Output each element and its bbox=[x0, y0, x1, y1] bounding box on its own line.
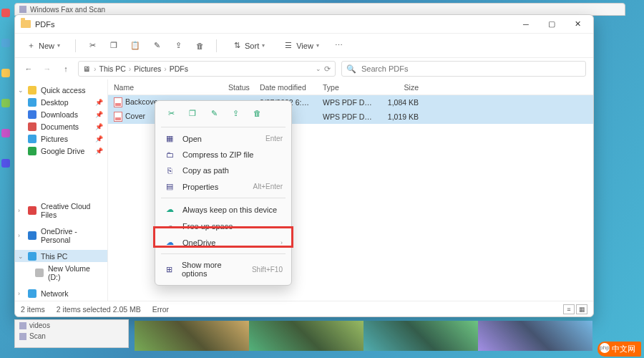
pin-icon: 📌 bbox=[95, 111, 103, 118]
search-input[interactable] bbox=[360, 64, 581, 74]
cloud-check-icon: ☁ bbox=[164, 205, 175, 214]
ctx-always-keep[interactable]: ☁Always keep on this device bbox=[155, 201, 291, 218]
ctx-show-more-options[interactable]: ⊞Show more optionsShift+F10 bbox=[155, 257, 291, 281]
titlebar[interactable]: PDFs ─ ▢ ✕ bbox=[15, 15, 593, 34]
chevron-right-icon[interactable]: › bbox=[18, 232, 20, 239]
sidebar-item-documents[interactable]: Documents📌 bbox=[15, 120, 107, 132]
chevron-down-icon[interactable]: ⌄ bbox=[18, 87, 24, 94]
paste-icon[interactable]: 📋 bbox=[130, 41, 140, 51]
forward-button[interactable]: → bbox=[41, 64, 54, 73]
desktop-shortcut[interactable] bbox=[1, 9, 10, 17]
ctx-label: Copy as path bbox=[182, 166, 229, 175]
open-icon: ▦ bbox=[164, 134, 175, 143]
chevron-down-icon[interactable]: ⌄ bbox=[316, 65, 321, 72]
sidebar-item-label: Desktop bbox=[41, 98, 69, 107]
background-panel[interactable]: videos Scan bbox=[14, 319, 129, 348]
rename-icon[interactable]: ✎ bbox=[152, 41, 162, 51]
up-button[interactable]: ↑ bbox=[59, 64, 72, 73]
desktop-icon bbox=[28, 98, 36, 107]
col-type[interactable]: Type bbox=[317, 83, 381, 92]
view-button[interactable]: ☰ View ▾ bbox=[280, 39, 323, 53]
chevron-right-icon[interactable]: › bbox=[18, 207, 20, 214]
ctx-label: Compress to ZIP file bbox=[182, 150, 253, 159]
breadcrumb-pdfs[interactable]: PDFs bbox=[170, 64, 188, 73]
sidebar-item-label: Downloads bbox=[41, 110, 78, 119]
cut-icon[interactable]: ✂ bbox=[165, 107, 177, 119]
chevron-down-icon[interactable]: ⌄ bbox=[18, 253, 24, 260]
col-status[interactable]: Status bbox=[223, 83, 254, 92]
pictures-icon bbox=[28, 135, 36, 143]
sidebar-item-label: Google Drive bbox=[41, 147, 84, 155]
back-button[interactable]: ← bbox=[22, 64, 35, 73]
sidebar-item-volume[interactable]: New Volume (D:) bbox=[15, 262, 107, 283]
copy-icon[interactable]: ❐ bbox=[187, 107, 198, 119]
share-icon[interactable]: ⇪ bbox=[230, 107, 241, 119]
status-bar: 2 items 2 items selected 2.05 MB Error ≡… bbox=[15, 301, 593, 316]
file-name: Cover bbox=[125, 112, 145, 120]
share-icon[interactable]: ⇪ bbox=[173, 41, 183, 51]
view-thumbs-button[interactable]: ▦ bbox=[576, 304, 587, 314]
search-box[interactable]: 🔍 bbox=[341, 61, 586, 77]
ctx-compress-zip[interactable]: 🗀Compress to ZIP file bbox=[155, 147, 291, 163]
desktop-shortcut[interactable] bbox=[1, 99, 10, 107]
ctx-copy-path[interactable]: ⎘Copy as path bbox=[155, 163, 291, 178]
breadcrumb-root[interactable]: This PC bbox=[99, 64, 126, 73]
col-name[interactable]: Name bbox=[108, 83, 223, 92]
ctx-shortcut: Enter bbox=[265, 135, 283, 142]
ctx-open[interactable]: ▦OpenEnter bbox=[155, 130, 291, 147]
sidebar-item-googledrive[interactable]: Google Drive📌 bbox=[15, 145, 107, 157]
sidebar-item-desktop[interactable]: Desktop📌 bbox=[15, 96, 107, 108]
more-icon[interactable]: ⋯ bbox=[334, 41, 344, 51]
toolbar: ＋ New ▾ ✂ ❐ 📋 ✎ ⇪ 🗑 ⇅ Sort ▾ ☰ View ▾ ⋯ bbox=[15, 34, 593, 58]
desktop-shortcut[interactable] bbox=[1, 69, 10, 77]
ctx-properties[interactable]: ▤PropertiesAlt+Enter bbox=[155, 178, 291, 195]
new-button[interactable]: ＋ New ▾ bbox=[22, 39, 64, 53]
file-type: WPS PDF Docume.. bbox=[317, 98, 381, 107]
sort-button[interactable]: ⇅ Sort ▾ bbox=[228, 39, 268, 53]
ctx-label: OneDrive bbox=[182, 238, 215, 247]
cut-icon[interactable]: ✂ bbox=[87, 41, 97, 51]
rename-icon[interactable]: ✎ bbox=[208, 107, 220, 119]
ctx-free-space[interactable]: ☁Free up space bbox=[155, 218, 291, 234]
cc-icon bbox=[28, 206, 36, 215]
close-button[interactable]: ✕ bbox=[565, 15, 590, 34]
chevron-right-icon[interactable]: › bbox=[18, 290, 20, 297]
sidebar-item-label: Documents bbox=[41, 122, 79, 131]
pc-icon bbox=[28, 252, 36, 261]
desktop-shortcut[interactable] bbox=[1, 129, 10, 137]
sidebar-item-label: Pictures bbox=[41, 135, 68, 143]
breadcrumb-pictures[interactable]: Pictures bbox=[134, 64, 161, 73]
desktop-shortcut[interactable] bbox=[1, 159, 10, 168]
minimize-button[interactable]: ─ bbox=[513, 15, 539, 34]
folder-icon bbox=[21, 20, 31, 28]
copy-icon[interactable]: ❐ bbox=[109, 41, 119, 51]
file-explorer-window: PDFs ─ ▢ ✕ ＋ New ▾ ✂ ❐ 📋 ✎ ⇪ 🗑 ⇅ Sort ▾ … bbox=[14, 14, 594, 317]
ctx-shortcut: Alt+Enter bbox=[253, 183, 283, 190]
sidebar-item-network[interactable]: ›Network bbox=[15, 287, 107, 299]
ctx-onedrive[interactable]: ☁OneDrive› bbox=[155, 234, 291, 251]
drive-icon bbox=[35, 268, 44, 277]
view-details-button[interactable]: ≡ bbox=[563, 304, 575, 314]
col-date[interactable]: Date modified bbox=[254, 83, 317, 92]
ctx-shortcut: Shift+F10 bbox=[252, 266, 283, 274]
pdf-icon bbox=[114, 97, 122, 107]
column-headers[interactable]: Name Status Date modified Type Size bbox=[108, 79, 593, 95]
delete-icon[interactable]: 🗑 bbox=[195, 41, 205, 51]
col-size[interactable]: Size bbox=[381, 83, 424, 92]
breadcrumb[interactable]: 🖥 › This PC › Pictures › PDFs ⌄ ⟳ bbox=[78, 61, 336, 77]
sidebar-quick-access[interactable]: ⌄ Quick access bbox=[15, 84, 107, 96]
desktop-shortcut[interactable] bbox=[1, 39, 10, 47]
sidebar-item-thispc[interactable]: ⌄This PC bbox=[15, 250, 107, 262]
sort-label: Sort bbox=[245, 42, 259, 50]
sidebar-item-ccf[interactable]: ›Creative Cloud Files bbox=[15, 200, 107, 221]
delete-icon[interactable]: 🗑 bbox=[251, 107, 263, 119]
folder-icon bbox=[19, 322, 26, 329]
maximize-button[interactable]: ▢ bbox=[539, 15, 565, 34]
documents-icon bbox=[28, 122, 36, 131]
sidebar-item-label: OneDrive - Personal bbox=[41, 227, 103, 244]
refresh-icon[interactable]: ⟳ bbox=[324, 64, 331, 73]
sidebar-item-pictures[interactable]: Pictures📌 bbox=[15, 132, 107, 145]
pin-icon: 📌 bbox=[95, 99, 103, 106]
sidebar-item-onedrive[interactable]: ›OneDrive - Personal bbox=[15, 225, 107, 246]
sidebar-item-downloads[interactable]: Downloads📌 bbox=[15, 108, 107, 120]
